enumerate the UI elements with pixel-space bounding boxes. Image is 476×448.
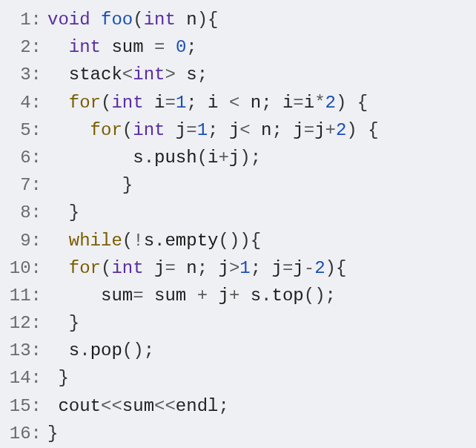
paren-close: ) bbox=[336, 93, 346, 113]
semicolon: ; bbox=[144, 340, 154, 360]
op-assign: = bbox=[165, 258, 175, 278]
semicolon: ; bbox=[272, 120, 282, 140]
ident-n: n bbox=[261, 120, 271, 140]
brace-open: { bbox=[336, 258, 346, 278]
op-minus: - bbox=[304, 258, 314, 278]
line-number: 1: bbox=[9, 6, 47, 33]
line-number: 14: bbox=[9, 364, 47, 392]
line-number: 2: bbox=[9, 33, 47, 61]
code-content: int sum = 0; bbox=[47, 33, 467, 61]
keyword-int: int bbox=[111, 258, 143, 278]
op-lt: < bbox=[122, 65, 133, 85]
op-assign: = bbox=[154, 37, 165, 57]
ident-sum: sum bbox=[101, 286, 133, 306]
op-lt: < bbox=[229, 93, 239, 113]
line-number: 10: bbox=[9, 254, 47, 282]
semicolon: ; bbox=[325, 286, 336, 306]
semicolon: ; bbox=[208, 120, 218, 140]
code-line-11: 11: sum= sum + j+ s.top(); bbox=[9, 282, 467, 309]
code-line-15: 15: cout<<sum<<endl; bbox=[9, 392, 467, 420]
line-number: 7: bbox=[9, 171, 47, 199]
ident-j: j bbox=[293, 120, 303, 140]
semicolon: ; bbox=[251, 148, 261, 168]
literal-2: 2 bbox=[325, 93, 336, 113]
code-line-5: 5: for(int j=1; j< n; j=j+2) { bbox=[9, 116, 467, 144]
param-n: n bbox=[186, 10, 196, 30]
method-empty: empty bbox=[165, 231, 218, 251]
ident-s: s bbox=[186, 65, 196, 85]
semicolon: ; bbox=[197, 258, 208, 278]
code-line-4: 4: for(int i=1; i < n; i=i*2) { bbox=[9, 89, 467, 116]
paren-close: ) bbox=[346, 120, 357, 140]
op-shift: << bbox=[101, 396, 122, 416]
op-plus: + bbox=[325, 120, 336, 140]
paren-open: ( bbox=[122, 231, 133, 251]
ident-sum: sum bbox=[122, 396, 154, 416]
semicolon: ; bbox=[197, 65, 208, 85]
code-line-9: 9: while(!s.empty()){ bbox=[9, 227, 467, 254]
brace-open: { bbox=[368, 120, 378, 140]
ident-j: j bbox=[293, 258, 303, 278]
keyword-for: for bbox=[69, 258, 101, 278]
ident-s: s bbox=[133, 148, 143, 168]
line-number: 6: bbox=[9, 144, 47, 171]
code-content: } bbox=[47, 420, 467, 447]
line-number: 11: bbox=[9, 282, 47, 309]
keyword-for: for bbox=[69, 93, 101, 113]
code-line-16: 16: } bbox=[9, 420, 467, 447]
code-line-14: 14: } bbox=[9, 364, 467, 392]
paren-open: ( bbox=[304, 286, 314, 306]
ident-i: i bbox=[154, 93, 165, 113]
code-content: sum= sum + j+ s.top(); bbox=[47, 282, 467, 309]
brace-open: { bbox=[251, 231, 261, 251]
code-line-6: 6: s.push(i+j); bbox=[9, 144, 467, 171]
op-star: * bbox=[314, 93, 325, 113]
op-assign: = bbox=[304, 120, 314, 140]
line-number: 3: bbox=[9, 61, 47, 88]
op-plus: + bbox=[229, 286, 239, 306]
semicolon: ; bbox=[251, 258, 261, 278]
ident-s: s bbox=[251, 286, 261, 306]
semicolon: ; bbox=[186, 37, 196, 57]
paren-close: ) bbox=[314, 286, 325, 306]
ident-j: j bbox=[154, 258, 165, 278]
keyword-int: int bbox=[111, 93, 143, 113]
literal-2: 2 bbox=[336, 120, 346, 140]
dot: . bbox=[144, 148, 154, 168]
literal-0: 0 bbox=[176, 37, 186, 57]
paren-open: ( bbox=[101, 258, 111, 278]
op-assign: = bbox=[133, 286, 143, 306]
code-content: } bbox=[47, 309, 467, 337]
brace-close: } bbox=[69, 202, 79, 223]
paren-open: ( bbox=[122, 120, 133, 140]
keyword-for: for bbox=[90, 120, 122, 140]
code-content: void foo(int n){ bbox=[47, 6, 467, 33]
code-line-3: 3: stack<int> s; bbox=[9, 61, 467, 88]
op-assign: = bbox=[165, 93, 175, 113]
code-line-10: 10: for(int j= n; j>1; j=j-2){ bbox=[9, 254, 467, 282]
code-content: } bbox=[47, 364, 467, 392]
code-content: stack<int> s; bbox=[47, 61, 467, 88]
semicolon: ; bbox=[218, 396, 228, 416]
line-number: 15: bbox=[9, 392, 47, 420]
op-plus: + bbox=[197, 286, 208, 306]
ident-stack: stack bbox=[69, 65, 122, 85]
code-content: } bbox=[47, 199, 467, 226]
ident-j: j bbox=[176, 120, 186, 140]
op-bang: ! bbox=[133, 231, 143, 251]
method-push: push bbox=[154, 148, 197, 168]
ident-j: j bbox=[229, 120, 239, 140]
op-gt: > bbox=[165, 65, 175, 85]
keyword-int: int bbox=[133, 65, 165, 85]
dot: . bbox=[79, 340, 90, 360]
ident-i: i bbox=[208, 148, 218, 168]
keyword-int: int bbox=[133, 120, 165, 140]
ident-sum: sum bbox=[111, 37, 143, 57]
ident-j: j bbox=[272, 258, 282, 278]
paren-open: ( bbox=[101, 93, 111, 113]
literal-1: 1 bbox=[176, 93, 186, 113]
code-content: s.push(i+j); bbox=[47, 144, 467, 171]
code-line-2: 2: int sum = 0; bbox=[9, 33, 467, 61]
dot: . bbox=[261, 286, 271, 306]
code-content: } bbox=[47, 171, 467, 199]
